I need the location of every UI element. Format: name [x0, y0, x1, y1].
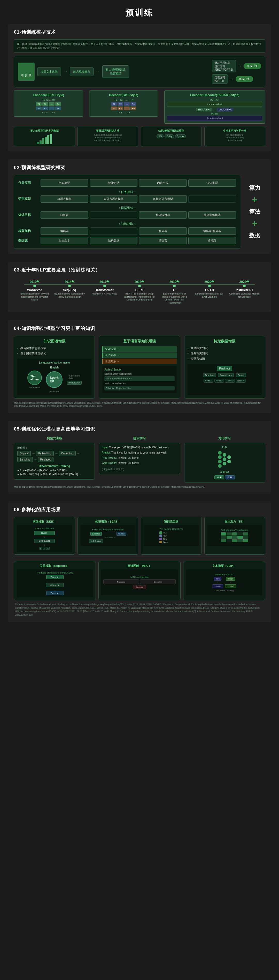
s06-card-attention: 自注意力（T5） Self-attention Visualization	[204, 517, 265, 555]
s05-flow-replace: Replaced	[38, 457, 54, 462]
s01-enc-dec: Encoder-Decoder(T5/BART-Style) OUTPUT i …	[164, 91, 265, 124]
s01-finetune-box: 针对不同任务进行微调(EBERT/GPT-2)	[212, 60, 236, 72]
s06-divider	[14, 558, 265, 558]
s03-dot-instructgpt	[243, 285, 246, 287]
s03-item-t5: 2019年 T5 Exploring the Limits of Transfe…	[159, 280, 190, 305]
section-03-title: 03-近十年NLP重要发展（预训练相关）	[14, 267, 265, 273]
s06-bert-know-diagram: BERT architecture at inference Encoder ↓…	[80, 525, 136, 546]
s03-item-instructgpt: 2022年 InstructGPT Optimizing Language Mo…	[229, 280, 260, 305]
section-02: 02-预训练模型研究框架 任务应用 文本摘要 智能对话 内容生成 认知推理 ↑ …	[8, 159, 271, 254]
s01-compute-box: 超大规模算力	[70, 67, 94, 76]
s02-row-task: 任务应用 文本摘要 智能对话 内容生成 认知推理	[18, 179, 236, 187]
arrow1: →	[63, 69, 68, 75]
arrow2: →	[95, 69, 100, 75]
s02-compute: 算力	[249, 184, 260, 192]
s06-card-mrc: 阅读理解（MRC） MRC architecture Passage Quest…	[98, 561, 180, 600]
s03-dot-word2vec	[33, 285, 36, 287]
s01-fewshot: 小样本学习与零一样 few-shot learningzero-shot lea…	[204, 127, 265, 146]
section-05: 05-训练优化让模型更高效地学习知识 判别式训练 流程图： Original →…	[8, 421, 271, 494]
s05-col1-diagram: 流程图： Original → Embedding → Corrupting →…	[14, 443, 95, 480]
s04-col2-title: 基于语言学知识增强	[102, 339, 176, 344]
s01-flexible: 更灵活的预训练方法 masked language modelingnext s…	[78, 127, 138, 146]
s03-item-transformer: 2017年 Transformer Attention Is All You N…	[89, 280, 120, 305]
section-02-title: 02-预训练模型研究框架	[14, 164, 265, 171]
s02-row-obj: 训练目标 自监督 预训练目标 额外训练模式	[18, 211, 236, 219]
s05-col3-diagram: PLM	[184, 443, 265, 483]
arrow3: →	[238, 64, 242, 69]
s05-discriminative-label: Discriminative Training	[17, 465, 92, 468]
s02-arrow-knowledge: ↑ 知识获取 ↑	[18, 221, 236, 227]
section-03: 03-近十年NLP重要发展（预训练相关） 2013年 Word2Vec Effi…	[8, 262, 271, 312]
s04-col2-b1: 实体识别 →	[102, 346, 176, 352]
s05-flow-embed: Embedding	[36, 451, 54, 456]
s05-pred-tokens: Pred Tokens: (inviting, us, home)	[102, 456, 177, 460]
s05-refs: Model: https://github.com/langboat/Mengz…	[14, 485, 265, 489]
s05-gold-tokens: Gold Tokens: (inviting, us, party)	[102, 461, 177, 465]
s06-row2: 关系抽取（sequence） The base architecture of …	[14, 561, 265, 600]
s03-item-seq2seq: 2014年 Seq2Seq neural machine translation…	[54, 280, 85, 305]
s06-objectives-diagram: Pre-training Objectives MLM NSP CLM	[144, 525, 199, 546]
s01-pretrain-label: 预训练	[18, 62, 35, 81]
section-01-title: 01-预训练模型技术	[14, 29, 265, 35]
s01-row3: 更大的模型和更多的数据 更灵活的预训练方法 masked language mo…	[14, 127, 265, 146]
s05-flow-corrupt: Corrupting	[59, 451, 76, 456]
s04-col1-title: 知识图谱增强	[17, 339, 92, 344]
s02-data: 数据	[249, 232, 260, 239]
section-05-title: 05-训练优化让模型更高效地学习知识	[14, 426, 265, 432]
s06-attention-diagram: Self-attention Visualization	[207, 525, 263, 546]
s04-col2-diagram: Path of Syntax Named Entity Recognition:…	[102, 366, 176, 393]
s06-clip-diagram: Summary of CLIP Text ↓ Encoder Image ↓ E…	[186, 570, 262, 595]
s02-algorithm: 算法	[249, 208, 260, 216]
s01-corpus-box: 海量文本数据	[37, 67, 61, 76]
s01-enc-dec-row: Encoder(BERT-Style) T1 T2 ... Tn T1T2…Tn…	[14, 91, 265, 124]
s06-sequence-diagram: The base architecture of PEGASUS Encoder…	[17, 570, 93, 597]
arrow4: →	[230, 76, 234, 82]
s06-ner-diagram: BERT architecture BERT ↓ CRF Layer ↓ B I…	[17, 525, 72, 552]
s04-col2: 基于语言学知识增强 实体识别 → 语义依存 → 语法关系 → Path of S…	[99, 336, 180, 399]
s05-col2: 提示学习 Input: Thank you [MASK] [MASK] to y…	[99, 436, 180, 483]
s06-refs: Roberts A, Ainsleyan S, Anderson I et al…	[14, 603, 265, 617]
s01-description: 预一步骤 | 样本标注非常少的监督学习 | 通常我们需要很多标注，整个人工标注好…	[14, 39, 265, 53]
s01-decoder-gpt: Decoder(GPT-Style) T1→ T2→ …→ Tn T1T2…Tn…	[89, 91, 158, 117]
s01-encoder-bert: Encoder(BERT-Style) T1 T2 ... Tn T1T2…Tn…	[14, 91, 83, 117]
s04-columns: 知识图谱增强 融合实体信息的表示 基于图谱的推理强化 Language of w…	[14, 336, 265, 399]
s04-spork-graph: Language of work or name English Thealbu…	[17, 359, 92, 395]
s05-flow-arr1: →	[32, 451, 35, 455]
s03-items: 2013年 Word2Vec Efficient Estimation of W…	[14, 280, 265, 305]
s05-original-sentence: (Original Sentence)	[102, 467, 177, 471]
s01-more-data: 更大的模型和更多的数据	[14, 127, 75, 146]
s02-plus2: +	[252, 218, 257, 229]
s02-plus1: +	[252, 194, 257, 205]
s04-col3-b1: 领域相关知识	[187, 346, 262, 350]
s05-col1-title: 判别式训练	[14, 436, 95, 441]
s05-col3: 对比学习 PLM	[184, 436, 265, 483]
s05-flow-original: Original	[17, 451, 31, 456]
section-04-title: 04-知识增强让模型学习更丰富的知识	[14, 325, 265, 331]
s05-network: PLM	[187, 446, 262, 479]
s06-card-objectives: 预训练目标 Pre-training Objectives MLM NSP	[141, 517, 202, 555]
s05-col1: 判别式训练 流程图： Original → Embedding → Corrup…	[14, 436, 95, 483]
s05-flow-arr4: →	[33, 457, 37, 461]
s04-col3-title: 特定数据增强	[187, 339, 262, 344]
s01-task2: 完成任务	[236, 76, 253, 82]
s05-flow-sample: Sampling	[17, 457, 33, 462]
s05-flow-arr3: →	[76, 451, 80, 455]
s05-col2-title: 提示学习	[99, 436, 180, 441]
s06-mrc-diagram: MRC architecture Passage Question Answer	[101, 570, 178, 595]
section-06: 06-多样化的应用场景 实体抽取（NER） BERT architecture …	[8, 501, 271, 622]
page-title: 预训练	[0, 0, 279, 24]
section-04: 04-知识增强让模型学习更丰富的知识 知识图谱增强 融合实体信息的表示 基于图谱…	[8, 320, 271, 413]
s06-card-sequence: 关系抽取（sequence） The base architecture of …	[14, 561, 96, 600]
s06-card-clip: 文本摘要（CLIP） Summary of CLIP Text ↓ Encode…	[183, 561, 265, 600]
s04-col1-b2: 基于图谱的推理强化	[17, 352, 92, 355]
s06-row1: 实体抽取（NER） BERT architecture BERT ↓ CRF L…	[14, 517, 265, 555]
s04-col3-b3: 多语言知识	[187, 357, 262, 361]
s01-knowledge: 知识增强的预训练模型 KG Entity Syntax	[141, 127, 202, 146]
s04-col3: 特定数据增强 领域相关知识 任务相关知识 多语言知识 Final root Fi…	[184, 336, 265, 399]
s03-timeline-line	[24, 285, 255, 285]
s04-col1: 知识图谱增强 融合实体信息的表示 基于图谱的推理强化 Language of w…	[14, 336, 95, 399]
s03-item-gpt3: 2020年 GPT-3 Language Models are Few-Shot…	[194, 280, 225, 305]
s01-lm-row: 预训练 海量文本数据 → 超大规模算力 → 超大规模预训练语言模型 针对不同任务…	[14, 56, 265, 88]
s01-no-finetune-box: 无需微调(GPT-3)	[212, 75, 228, 84]
s05-col2-example: Input: Thank you [MASK] [MASK] to you [M…	[99, 443, 180, 474]
